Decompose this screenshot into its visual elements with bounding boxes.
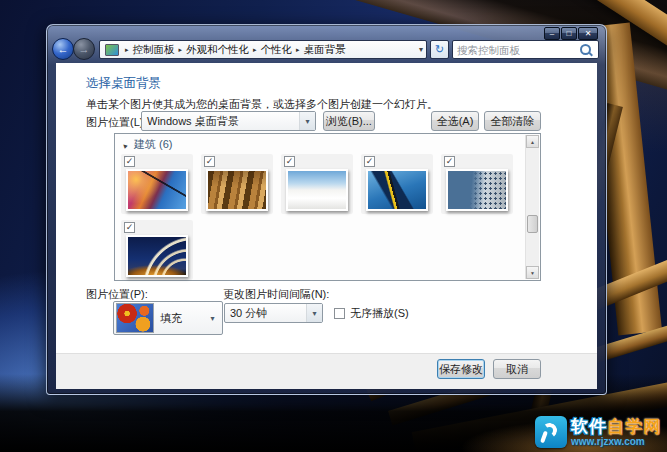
- search-box: [452, 40, 599, 59]
- watermark: 软件自学网 www.rjzxw.com: [535, 416, 661, 448]
- change-interval-value: 30 分钟: [230, 306, 267, 321]
- page-subtitle: 单击某个图片使其成为您的桌面背景，或选择多个图片创建一个幻灯片。: [86, 97, 438, 112]
- watermark-url: www.rjzxw.com: [571, 437, 661, 447]
- group-header-architecture[interactable]: ▲ 建筑 (6): [121, 137, 173, 152]
- watermark-text: 软件自学网 www.rjzxw.com: [571, 418, 661, 447]
- wallpaper-checkbox[interactable]: ✓: [124, 156, 135, 167]
- address-dropdown-icon[interactable]: ▾: [419, 45, 423, 54]
- group-header-label: 建筑 (6): [134, 138, 173, 150]
- chevron-right-icon: ▸: [125, 46, 129, 54]
- wallpaper-thumbnail-crane-sky: [126, 169, 188, 211]
- chevron-right-icon: ▸: [253, 46, 257, 54]
- control-panel-icon: [105, 44, 119, 56]
- breadcrumb-desktop-background[interactable]: 桌面背景: [304, 43, 346, 57]
- picture-position-select[interactable]: 填充 ▾: [113, 301, 223, 335]
- back-button[interactable]: ←: [52, 38, 74, 60]
- picture-location-label: 图片位置(L):: [86, 115, 147, 130]
- wallpaper-checkbox[interactable]: ✓: [124, 222, 135, 233]
- refresh-button[interactable]: ↻: [430, 40, 449, 59]
- shuffle-option[interactable]: 无序播放(S): [334, 306, 409, 321]
- clear-all-button[interactable]: 全部清除(C): [484, 111, 541, 131]
- breadcrumb-appearance[interactable]: 外观和个性化: [186, 43, 249, 57]
- wallpaper-tile-1[interactable]: ✓: [121, 154, 193, 214]
- scrollbar-thumb[interactable]: [527, 215, 538, 233]
- picture-position-value: 填充: [160, 311, 182, 326]
- chevron-right-icon: ▸: [179, 46, 183, 54]
- wallpaper-tile-6[interactable]: ✓: [121, 220, 193, 280]
- shuffle-checkbox[interactable]: [334, 308, 345, 319]
- page-title: 选择桌面背景: [86, 75, 161, 92]
- wallpaper-tile-3[interactable]: ✓: [281, 154, 353, 214]
- shuffle-label: 无序播放(S): [350, 306, 409, 321]
- chevron-right-icon: ▸: [296, 46, 300, 54]
- picture-location-select[interactable]: Windows 桌面背景 ▾: [141, 111, 316, 131]
- desktop-background-window: – □ ✕ ← → ▸ 控制面板 ▸ 外观和个性化 ▸ 个性化 ▸ 桌面背景 ▾…: [46, 24, 607, 395]
- forward-button[interactable]: →: [73, 38, 95, 60]
- wallpaper-thumbnail-blue-fin: [366, 169, 428, 211]
- chevron-down-icon: ▾: [306, 304, 322, 322]
- wallpaper-list: ▲ 建筑 (6) ✓ ✓ ✓ ✓: [114, 133, 541, 281]
- caption-buttons: – □ ✕: [543, 27, 598, 40]
- rjzxw-logo-icon: [535, 416, 567, 448]
- maximize-button[interactable]: □: [561, 27, 577, 40]
- wallpaper-thumbnail-bamboo: [206, 169, 268, 211]
- minimize-button[interactable]: –: [544, 27, 560, 40]
- vertical-scrollbar[interactable]: ▲ ▼: [525, 135, 539, 279]
- wallpaper-checkbox[interactable]: ✓: [284, 156, 295, 167]
- picture-position-label: 图片位置(P):: [86, 287, 148, 302]
- scroll-up-icon[interactable]: ▲: [526, 135, 539, 148]
- chevron-down-icon: ▾: [205, 304, 220, 332]
- wallpaper-thumbnail-white-curve: [286, 169, 348, 211]
- fill-preview-thumbnail: [116, 303, 154, 333]
- wallpaper-checkbox[interactable]: ✓: [364, 156, 375, 167]
- wallpaper-checkbox[interactable]: ✓: [444, 156, 455, 167]
- browse-button[interactable]: 浏览(B)...: [323, 111, 375, 131]
- wallpaper-thumbnail-night-arcs: [126, 235, 188, 277]
- page-content: 选择桌面背景 单击某个图片使其成为您的桌面背景，或选择多个图片创建一个幻灯片。 …: [56, 63, 597, 389]
- change-interval-select[interactable]: 30 分钟 ▾: [224, 303, 323, 323]
- search-input[interactable]: [453, 44, 580, 56]
- wallpaper-tile-5[interactable]: ✓: [441, 154, 513, 214]
- group-collapse-icon: ▲: [120, 141, 130, 151]
- scroll-down-icon[interactable]: ▼: [526, 266, 539, 279]
- wallpaper-tile-2[interactable]: ✓: [201, 154, 273, 214]
- cancel-button[interactable]: 取消: [493, 359, 541, 379]
- wallpaper-tiles: ✓ ✓ ✓ ✓ ✓: [117, 152, 521, 280]
- search-icon[interactable]: [580, 44, 591, 55]
- wallpaper-thumbnail-dotted-dome: [446, 169, 508, 211]
- watermark-site-blue: 软件: [571, 417, 607, 436]
- close-button[interactable]: ✕: [578, 27, 598, 40]
- save-changes-button[interactable]: 保存修改: [437, 359, 485, 379]
- select-all-button[interactable]: 全选(A): [431, 111, 479, 131]
- picture-location-value: Windows 桌面背景: [147, 114, 239, 129]
- breadcrumb-personalization[interactable]: 个性化: [261, 43, 293, 57]
- watermark-site-orange: 自学网: [607, 417, 661, 436]
- breadcrumb[interactable]: ▸ 控制面板 ▸ 外观和个性化 ▸ 个性化 ▸ 桌面背景 ▾: [99, 40, 427, 59]
- breadcrumb-control-panel[interactable]: 控制面板: [133, 43, 175, 57]
- change-interval-label: 更改图片时间间隔(N):: [223, 287, 329, 302]
- chevron-down-icon: ▾: [299, 112, 315, 130]
- wallpaper-checkbox[interactable]: ✓: [204, 156, 215, 167]
- wallpaper-tile-4[interactable]: ✓: [361, 154, 433, 214]
